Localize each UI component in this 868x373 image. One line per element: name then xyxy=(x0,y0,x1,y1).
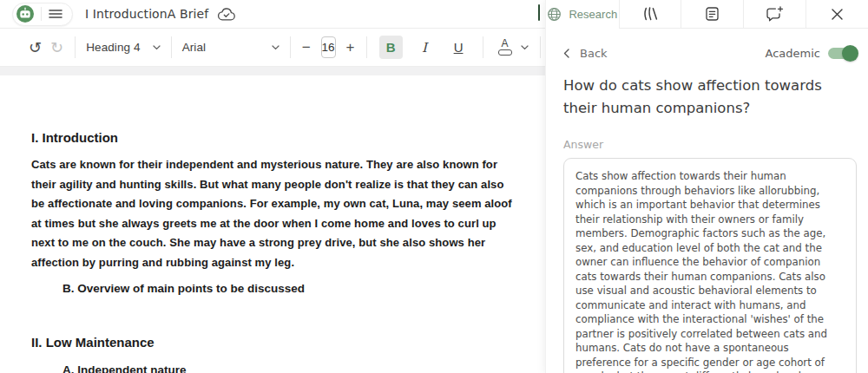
toolbar-divider xyxy=(75,36,76,58)
panel-tabs: Research xyxy=(546,0,868,29)
toolbar-divider xyxy=(483,36,483,58)
back-button[interactable]: Back xyxy=(563,47,608,60)
doc-subpoint-independent: A. Independent nature xyxy=(62,363,545,373)
academic-mode-label: Academic xyxy=(766,47,820,60)
research-question: How do cats show affection towards their… xyxy=(563,75,850,120)
toolbar-divider xyxy=(366,36,367,58)
underline-button[interactable]: U xyxy=(447,36,470,59)
plus-icon: + xyxy=(346,39,355,56)
undo-button[interactable]: ↺ xyxy=(29,40,42,56)
hamburger-icon xyxy=(49,9,62,19)
notepad-icon xyxy=(705,6,720,22)
toolbar-divider xyxy=(171,36,172,58)
doc-heading-low-maintenance: II. Low Maintenance xyxy=(31,335,545,350)
doc-heading-introduction: I. Introduction xyxy=(31,130,545,145)
formatting-toolbar: ↺ ↻ Heading 4 Arial − 16 + B I U xyxy=(0,29,545,67)
text-color-letter: A xyxy=(502,39,509,49)
redo-icon: ↻ xyxy=(50,40,63,56)
research-panel: Research xyxy=(545,0,868,373)
italic-button[interactable]: I xyxy=(413,36,437,59)
sync-status xyxy=(217,7,236,22)
pill-divider xyxy=(41,7,42,21)
font-size-input[interactable]: 16 xyxy=(321,36,336,58)
increase-font-size-button[interactable]: + xyxy=(346,39,355,56)
chevron-left-icon xyxy=(563,49,569,58)
document-canvas[interactable]: I. Introduction Cats are known for their… xyxy=(0,75,545,373)
text-color-button[interactable]: A xyxy=(495,39,529,56)
close-icon xyxy=(831,8,844,21)
font-family-value: Arial xyxy=(182,41,207,54)
doc-subpoint-overview: B. Overview of main points to be discuss… xyxy=(62,282,545,295)
toolbar-divider xyxy=(290,36,291,58)
answer-label: Answer xyxy=(563,138,857,151)
text-color-icon: A xyxy=(498,39,512,56)
panel-header-row: Back Academic xyxy=(563,47,857,60)
paragraph-style-value: Heading 4 xyxy=(86,41,140,54)
answer-textarea[interactable]: Cats show affection towards their human … xyxy=(563,158,857,373)
document-title[interactable]: I IntroductionA Brief xyxy=(85,7,208,21)
tab-research-label: Research xyxy=(569,8,617,21)
chevron-down-icon xyxy=(153,45,161,50)
doc-paragraph: Cats are known for their independent and… xyxy=(31,155,514,272)
toggle-knob xyxy=(842,45,858,62)
decrease-font-size-button[interactable]: − xyxy=(302,39,311,56)
bold-button[interactable]: B xyxy=(379,36,403,59)
tab-notes[interactable] xyxy=(681,0,743,29)
redo-button[interactable]: ↻ xyxy=(50,40,63,56)
font-family-dropdown[interactable]: Arial xyxy=(182,41,279,54)
comment-plus-icon xyxy=(766,6,784,22)
home-menu-pill xyxy=(12,3,73,26)
page-gap xyxy=(0,67,545,75)
app-logo-button[interactable] xyxy=(16,5,34,23)
academic-toggle[interactable] xyxy=(828,48,857,59)
editor-topbar: I IntroductionA Brief xyxy=(0,0,545,29)
tab-comments[interactable] xyxy=(743,0,806,29)
undo-icon: ↺ xyxy=(29,40,42,56)
research-panel-body: Back Academic How do cats show affection… xyxy=(546,47,868,373)
editor-region: I IntroductionA Brief ↺ ↻ Heading 4 Aria… xyxy=(0,0,545,373)
chevron-down-icon xyxy=(521,45,529,50)
back-label: Back xyxy=(580,47,608,60)
globe-icon xyxy=(547,7,562,22)
minus-icon: − xyxy=(302,39,311,56)
toolbar-divider xyxy=(540,36,541,58)
paragraph-style-dropdown[interactable]: Heading 4 xyxy=(86,41,160,54)
app-window: I IntroductionA Brief ↺ ↻ Heading 4 Aria… xyxy=(0,0,868,373)
robot-logo-icon xyxy=(16,5,34,23)
text-cursor xyxy=(538,4,540,21)
tab-close[interactable] xyxy=(806,0,868,29)
menu-button[interactable] xyxy=(49,9,62,19)
tab-library[interactable] xyxy=(619,0,681,29)
text-color-swatch xyxy=(498,49,512,56)
cloud-check-icon xyxy=(217,7,236,22)
academic-mode-control: Academic xyxy=(766,47,857,60)
chevron-down-icon xyxy=(272,45,279,50)
books-icon xyxy=(641,6,659,22)
tab-research[interactable]: Research xyxy=(546,0,619,29)
